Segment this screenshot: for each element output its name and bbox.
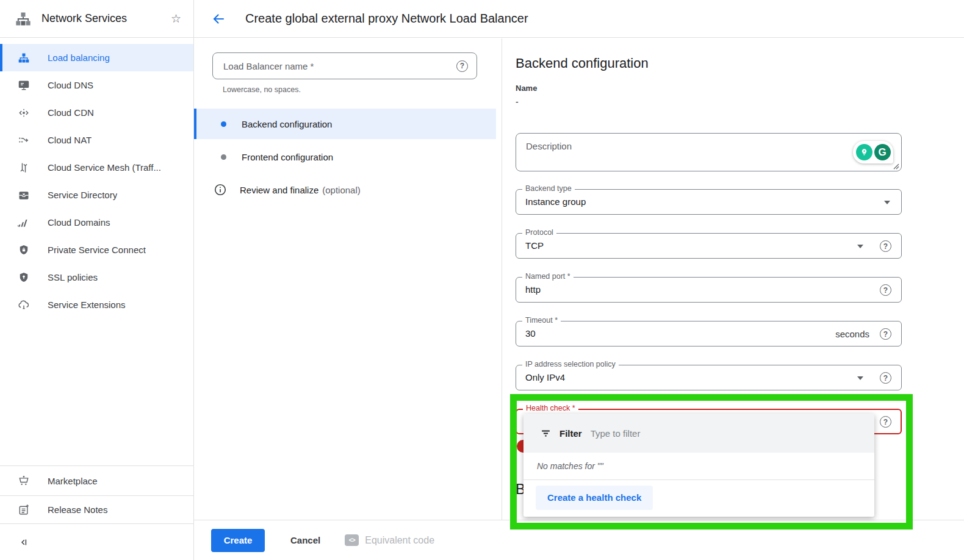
named-port-help-icon[interactable]: ? [880,284,891,296]
filter-input[interactable] [591,428,865,439]
step-active-dot-icon [221,121,226,127]
field-label: Health check * [523,404,578,412]
page-title: Create global external proxy Network Loa… [245,12,528,26]
sidebar-item-load-balancing[interactable]: Load balancing [0,44,193,71]
favorite-star-icon[interactable]: ☆ [171,12,181,26]
name-help-icon[interactable]: ? [456,60,468,72]
section-title: Backend configuration [516,56,649,71]
collapse-panel-icon [18,537,29,548]
cloud-nat-icon [17,134,31,146]
sidebar-item-label: Cloud NAT [48,135,92,145]
sidebar-item-release-notes[interactable]: Release Notes [0,495,193,523]
code-icon: <> [345,534,359,546]
ssl-policies-icon [17,271,31,284]
description-textarea[interactable] [516,134,901,171]
protocol-select[interactable]: Protocol TCP ? [516,233,902,259]
health-check-dropdown: Filter No matches for "" Create a health… [523,414,874,517]
step-optional-tag: (optional) [322,185,361,195]
protocol-help-icon[interactable]: ? [880,240,891,252]
sidebar-item-label: Private Service Connect [48,245,146,255]
release-notes-icon [17,504,31,516]
marketplace-cart-icon [17,475,31,487]
service-extensions-icon [17,299,31,311]
field-value: Instance group [525,190,586,214]
sidebar-item-ssl-policies[interactable]: SSL policies [0,264,193,291]
back-arrow-button[interactable] [211,12,226,26]
cloud-dns-icon [17,79,31,92]
sidebar-item-label: Cloud Domains [48,217,110,228]
equivalent-code-button[interactable]: <> Equivalent code [345,534,434,546]
info-circle-icon [214,183,227,196]
dropdown-caret-icon [857,376,863,380]
sidebar-item-label: Marketplace [48,476,98,486]
timeout-help-icon[interactable]: ? [880,328,891,340]
timeout-field[interactable]: Timeout * 30 seconds ? [516,321,902,346]
backend-type-select[interactable]: Backend type Instance group [516,189,902,215]
step-dot-icon [221,154,226,160]
step-label: Frontend configuration [242,152,333,162]
sidebar-title: Network Services [41,12,127,25]
dropdown-caret-icon [884,201,890,204]
page-header: Create global external proxy Network Loa… [194,0,964,38]
sidebar-item-label: Service Extensions [48,300,126,310]
backend-configuration-panel: Backend configuration Name - G Backend t… [502,38,964,520]
ip-policy-help-icon[interactable]: ? [880,372,891,384]
name-helper-text: Lowercase, no spaces. [223,85,301,94]
sidebar-bottom: Marketplace Release Notes [0,465,193,560]
wizard-steps: Backend configuration Frontend configura… [194,109,496,207]
action-footer: Create Cancel <> Equivalent code [194,520,964,560]
sidebar-item-label: Cloud DNS [48,80,93,90]
sidebar-item-label: Cloud CDN [48,107,94,118]
sidebar-item-service-extensions[interactable]: Service Extensions [0,291,193,318]
grammarly-suggestion-icon[interactable] [856,144,872,160]
cloud-cdn-icon [17,107,31,119]
load-balancing-icon [17,52,31,64]
step-label: Backend configuration [242,119,332,129]
no-matches-text: No matches for "" [523,453,874,480]
description-field[interactable]: G [516,133,902,171]
private-service-connect-icon [17,244,31,256]
create-health-check-button[interactable]: Create a health check [536,486,653,510]
sidebar-item-cloud-cdn[interactable]: Cloud CDN [0,99,193,126]
sidebar-item-cloud-nat[interactable]: Cloud NAT [0,126,193,154]
cloud-domains-icon [17,217,31,229]
sidebar-item-label: Load balancing [48,52,110,63]
stepper-panel: ? Lowercase, no spaces. Backend configur… [194,38,502,520]
sidebar-item-marketplace[interactable]: Marketplace [0,465,193,495]
sidebar-item-cloud-service-mesh[interactable]: Cloud Service Mesh (Traff... [0,154,193,181]
field-value: TCP [525,234,544,258]
sidebar-item-cloud-dns[interactable]: Cloud DNS [0,71,193,99]
service-directory-icon [17,189,31,201]
sidebar-item-label: Service Directory [48,190,117,200]
field-value: Only IPv4 [525,365,565,390]
load-balancer-name-input[interactable] [223,61,456,71]
create-button[interactable]: Create [211,529,265,552]
dropdown-filter-bar: Filter [523,414,874,453]
app-window: Network Services ☆ Load balancing Cloud … [0,0,964,560]
step-backend-configuration[interactable]: Backend configuration [194,109,496,139]
sidebar-item-cloud-domains[interactable]: Cloud Domains [0,209,193,236]
grammarly-logo-icon[interactable]: G [874,144,891,160]
step-review-and-finalize[interactable]: Review and finalize (optional) [194,174,496,205]
sidebar-item-label: Cloud Service Mesh (Traff... [48,162,161,173]
equivalent-code-label: Equivalent code [365,535,434,546]
sidebar: Network Services ☆ Load balancing Cloud … [0,0,194,560]
sidebar-item-label: SSL policies [48,272,98,282]
network-services-logo-icon [15,10,32,27]
cancel-button[interactable]: Cancel [279,529,331,551]
ip-policy-select[interactable]: IP address selection policy Only IPv4 ? [516,365,902,390]
sidebar-header: Network Services ☆ [0,0,193,38]
sidebar-item-private-service-connect[interactable]: Private Service Connect [0,236,193,264]
sidebar-item-service-directory[interactable]: Service Directory [0,181,193,209]
load-balancer-name-field[interactable]: ? [212,52,477,79]
sidebar-item-label: Release Notes [48,504,107,515]
field-value: 30 [525,321,536,346]
resize-handle-icon[interactable] [893,163,899,170]
grammarly-widget[interactable]: G [853,141,893,163]
health-check-help-icon[interactable]: ? [880,416,891,428]
named-port-field[interactable]: Named port * http ? [516,277,902,303]
name-value: - [516,97,519,107]
step-frontend-configuration[interactable]: Frontend configuration [194,142,496,172]
sidebar-collapse-button[interactable] [0,523,193,560]
sidebar-nav: Load balancing Cloud DNS Cloud CDN Cloud… [0,38,193,318]
